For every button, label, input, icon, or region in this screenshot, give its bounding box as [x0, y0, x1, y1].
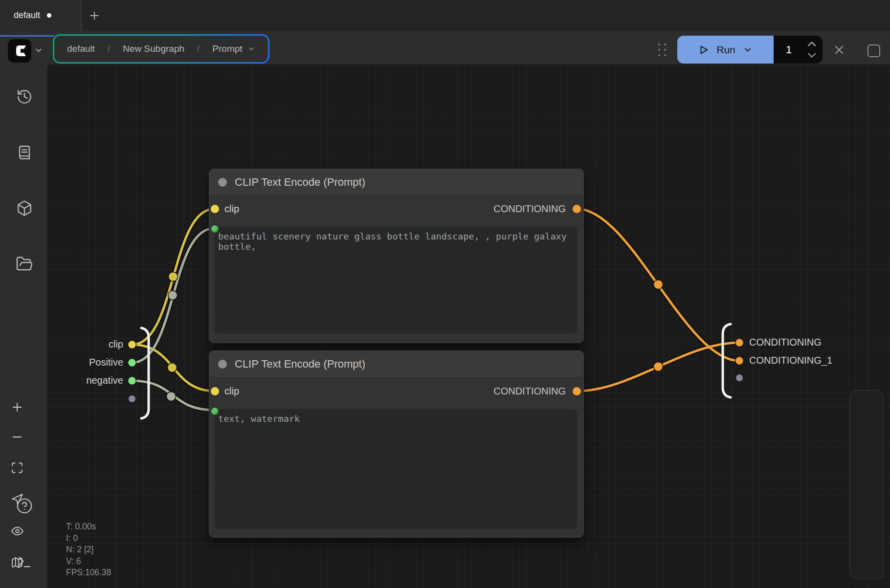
- locate-button[interactable]: [10, 493, 24, 506]
- workflow-tab-label: default: [14, 10, 40, 21]
- model-library-icon: [16, 200, 33, 217]
- workflow-tab-default[interactable]: default: [0, 0, 81, 31]
- node-clip-text-encode-1[interactable]: CLIP Text Encode (Prompt) clip CONDITION…: [209, 169, 584, 343]
- unsaved-indicator-dot: [47, 13, 51, 18]
- chevron-down-icon: [247, 45, 255, 53]
- subgraph-input-label-negative[interactable]: negative: [64, 375, 123, 386]
- clip-input-socket[interactable]: [211, 205, 219, 213]
- prompt-textarea[interactable]: beautiful scenery nature glass bottle la…: [215, 227, 577, 334]
- zoom-out-icon: [10, 430, 24, 444]
- sidebar-item-node-library[interactable]: [15, 143, 34, 162]
- new-workflow-tab-button[interactable]: [87, 8, 102, 23]
- subgraph-breadcrumb: default / New Subgraph / Prompt: [53, 34, 269, 64]
- comfyui-logo[interactable]: [8, 39, 31, 63]
- comfyui-app: default default / New Subgraph / Prompt: [0, 0, 890, 588]
- clip-input-label: clip: [224, 386, 239, 397]
- fit-view-button[interactable]: [10, 461, 24, 475]
- chevron-down-icon: [34, 46, 43, 55]
- history-icon: [16, 88, 33, 105]
- clip-input-label: clip: [224, 203, 239, 215]
- locate-icon: [11, 493, 23, 506]
- stat-time: T: 0.00s: [66, 521, 111, 533]
- workflow-log-icon: [16, 144, 33, 161]
- sidebar-item-model-library[interactable]: [15, 199, 34, 218]
- breadcrumb-item-root[interactable]: default: [67, 44, 95, 54]
- sidebar-item-history[interactable]: [15, 87, 34, 106]
- conditioning-output-socket[interactable]: [573, 205, 581, 213]
- breadcrumb-current-label: Prompt: [212, 44, 242, 54]
- workflows-folder-icon: [16, 255, 33, 273]
- toolbar-drag-handle[interactable]: [658, 44, 666, 56]
- node-title: CLIP Text Encode (Prompt): [235, 358, 365, 370]
- play-icon: [698, 44, 709, 55]
- breadcrumb-separator: /: [197, 44, 200, 54]
- breadcrumb-separator: /: [108, 44, 110, 54]
- node-clip-text-encode-2[interactable]: CLIP Text Encode (Prompt) clip CONDITION…: [209, 350, 584, 538]
- minimap-button[interactable]: [10, 556, 24, 569]
- text-widget-input-socket[interactable]: [211, 225, 219, 233]
- plus-icon: [88, 9, 101, 22]
- toggle-visibility-button[interactable]: [10, 524, 24, 538]
- comfyui-logo-icon: [11, 43, 28, 59]
- batch-count-input[interactable]: 1: [774, 36, 823, 64]
- stat-version: V: 6: [66, 556, 111, 567]
- run-button-label: Run: [716, 44, 735, 56]
- zoom-in-button[interactable]: [10, 400, 24, 414]
- conditioning-output-label: CONDITIONING: [493, 203, 566, 215]
- stat-fps: FPS:106.38: [66, 567, 111, 579]
- minimap-icon: [11, 556, 23, 569]
- clip-input-socket[interactable]: [211, 387, 219, 395]
- stop-button[interactable]: [868, 44, 880, 57]
- breadcrumb-item-subgraph[interactable]: New Subgraph: [123, 44, 184, 54]
- zoom-in-icon: [10, 400, 24, 414]
- node-header[interactable]: CLIP Text Encode (Prompt): [209, 351, 583, 378]
- breadcrumb-item-current[interactable]: Prompt: [212, 44, 255, 54]
- node-status-dot: [218, 178, 227, 187]
- node-title: CLIP Text Encode (Prompt): [235, 176, 365, 189]
- conditioning-output-socket[interactable]: [573, 387, 581, 395]
- run-controls: Run 1: [677, 36, 823, 64]
- fit-view-icon: [11, 461, 23, 474]
- subgraph-frame-line: [0, 35, 54, 37]
- subgraph-output-label-conditioning[interactable]: CONDITIONING: [749, 337, 822, 348]
- tab-separator: [81, 0, 82, 31]
- conditioning-output-label: CONDITIONING: [493, 386, 566, 397]
- eye-icon: [11, 524, 24, 538]
- subgraph-input-label-positive[interactable]: Positive: [64, 357, 123, 368]
- batch-count-decrement[interactable]: [806, 52, 818, 59]
- performance-stats: T: 0.00s I: 0 N: 2 [2] V: 6 FPS:106.38: [66, 521, 111, 579]
- subgraph-output-label-conditioning1[interactable]: CONDITIONING_1: [749, 355, 832, 366]
- zoom-out-button[interactable]: [10, 430, 24, 444]
- node-status-dot: [218, 360, 227, 369]
- node-header[interactable]: CLIP Text Encode (Prompt): [209, 169, 583, 196]
- text-widget-input-socket[interactable]: [211, 408, 219, 415]
- workflow-tab-bar: [0, 0, 890, 31]
- run-options-chevron-icon[interactable]: [743, 45, 753, 55]
- prompt-textarea[interactable]: text, watermark: [215, 409, 577, 529]
- run-button[interactable]: Run: [677, 36, 774, 64]
- logo-menu-chevron[interactable]: [34, 46, 43, 57]
- stat-iterations: I: 0: [66, 533, 111, 544]
- stat-nodes: N: 2 [2]: [66, 544, 111, 556]
- close-subgraph-button[interactable]: [833, 44, 845, 56]
- canvas-view-toolbar: [849, 390, 884, 579]
- batch-count-value: 1: [774, 36, 804, 64]
- close-icon: [833, 44, 845, 56]
- batch-count-increment[interactable]: [806, 40, 818, 47]
- subgraph-input-label-clip[interactable]: clip: [64, 339, 123, 350]
- sidebar-item-workflows[interactable]: [15, 255, 34, 273]
